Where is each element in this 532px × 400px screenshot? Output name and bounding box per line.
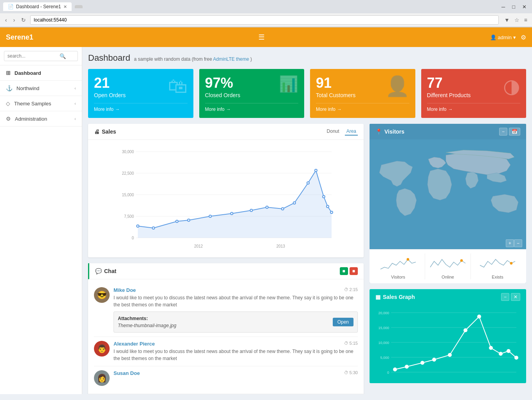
svg-point-25 [323,195,325,198]
theme-icon: ◇ [6,100,10,107]
tab-area[interactable]: Area [345,128,358,136]
svg-point-19 [250,209,252,212]
svg-point-17 [209,215,211,217]
tab-close-button[interactable]: ✕ [63,4,67,9]
filter-icon[interactable]: ▼ [503,16,511,24]
sidebar-item-theme-samples[interactable]: ◇ Theme Samples ‹ [0,96,82,111]
chat-tool-red-button[interactable]: ■ [350,267,358,275]
tab-donut[interactable]: Donut [325,128,341,136]
theme-link[interactable]: AdminLTE theme [213,56,249,62]
sales-chart-card: 🖨 Sales Donut Area [88,124,364,257]
svg-point-30 [460,259,463,262]
page-subtitle: a sample with random data (from free Adm… [134,56,252,62]
sidebar-item-label: Theme Samples [14,101,74,107]
window-close-button[interactable]: ✕ [520,4,529,10]
stat-box-closed-orders[interactable]: 97% Closed Orders 📊 More info → [199,69,305,118]
window-minimize-button[interactable]: ─ [499,4,507,10]
sales-graph-minimize-button[interactable]: − [501,293,509,301]
bookmark-icon[interactable]: ☆ [513,16,521,24]
mini-chart-exists: Exists [475,253,520,279]
visitors-card: 📍 Visitors − 📅 [370,124,526,283]
svg-point-50 [499,352,502,355]
sidebar-item-northwind[interactable]: ⚓ Northwind ‹ [0,81,82,96]
visitors-tools: − 📅 [499,128,520,136]
svg-point-14 [152,227,155,229]
sales-graph-close-button[interactable]: ✕ [511,293,520,301]
stat-box-open-orders[interactable]: 21 Open Orders 🛍 More info → [88,69,193,118]
visitors-minimize-button[interactable]: − [499,128,507,136]
mini-chart-visitors-svg [375,253,421,273]
sidebar-item-dashboard[interactable]: ⊞ Dashboard [0,65,82,81]
forward-button[interactable]: › [11,16,17,24]
sales-graph-tools: − ✕ [501,293,520,301]
browser-tab-inactive[interactable] [75,5,83,8]
map-zoom-in-button[interactable]: + [506,239,514,247]
svg-point-42 [393,368,397,371]
chat-avatar-susan: 👩 [94,370,110,386]
chat-icon: 💬 [95,268,102,274]
admin-icon: ⚙ [6,116,11,122]
svg-text:0: 0 [132,236,134,240]
svg-point-47 [464,329,467,332]
svg-point-49 [489,346,492,349]
sidebar-item-administration[interactable]: ⚙ Administration ‹ [0,111,82,127]
menu-icon[interactable]: ≡ [523,16,529,24]
chat-attachment-row: Attachments: Theme-thumbnail-image.jpg O… [118,316,353,328]
svg-point-18 [231,212,233,215]
sales-area-chart: 30,000 22,500 15,000 7,500 0 2012 2013 [94,144,358,253]
hamburger-button[interactable]: ☰ [258,33,265,42]
svg-text:2013: 2013 [276,244,285,248]
address-bar[interactable] [30,15,499,25]
chat-time: ⏱ 5:30 [344,370,358,375]
arrow-right-icon: → [226,107,231,112]
sales-graph-card: ▦ Sales Graph − ✕ [370,289,526,383]
chat-message-0: 😎 Mike Doe ⏱ 2:15 I would like to meet y… [94,283,358,337]
chat-attachment: Attachments: Theme-thumbnail-image.jpg O… [114,311,358,333]
mini-chart-visitors-label: Visitors [375,275,421,279]
location-icon: 📍 [375,129,382,135]
svg-point-31 [510,262,512,264]
svg-point-24 [315,169,317,172]
stat-footer[interactable]: More info → [316,103,409,112]
svg-text:15,000: 15,000 [122,193,134,197]
browser-tab-active[interactable]: 📄 Dashboard - Serene1 ✕ [3,2,72,11]
customer-icon: 👤 [385,75,409,98]
chat-text: I would like to meet you to discuss the … [114,348,358,362]
stat-box-products[interactable]: 77 Different Products ◑ More info → [421,69,527,118]
navbar-settings-button[interactable]: ⚙ [521,34,526,41]
stat-footer[interactable]: More info → [427,103,521,112]
sidebar-item-label: Dashboard [14,70,76,76]
svg-point-27 [330,211,333,214]
open-attachment-button[interactable]: Open [333,318,353,326]
dashboard-icon: ⊞ [6,70,11,76]
visitors-calendar-button[interactable]: 📅 [509,128,520,136]
svg-point-22 [293,202,296,204]
svg-point-13 [137,225,139,227]
svg-point-45 [433,358,436,361]
refresh-button[interactable]: ↻ [19,16,28,24]
sales-chart-header: 🖨 Sales Donut Area [88,124,364,140]
stat-footer[interactable]: More info → [94,103,188,112]
browser-titlebar: 📄 Dashboard - Serene1 ✕ ─ □ ✕ [0,0,532,13]
svg-text:7,500: 7,500 [124,214,134,219]
attachment-info: Attachments: Theme-thumbnail-image.jpg [118,316,176,328]
mini-chart-exists-label: Exists [475,275,520,279]
arrow-right-icon: → [337,107,342,112]
grid-icon: ▦ [375,294,381,300]
chat-message-1: 👨 Alexander Pierce ⏱ 5:15 I would like t… [94,337,358,366]
window-maximize-button[interactable]: □ [510,4,518,10]
chat-input-row: + [88,394,364,394]
search-button[interactable]: 🔍 [60,53,66,59]
stat-footer[interactable]: More info → [205,103,299,112]
svg-text:0: 0 [387,371,389,375]
search-input[interactable] [4,51,78,61]
chat-tool-green-button[interactable]: ■ [340,267,348,275]
mini-chart-exists-svg [475,253,520,273]
back-button[interactable]: ‹ [3,16,9,24]
map-zoom-out-button[interactable]: − [514,239,522,247]
stat-box-total-customers[interactable]: 91 Total Customers 👤 More info → [310,69,415,118]
navbar-user-menu[interactable]: 👤 admin ▾ [490,34,516,40]
svg-text:5,000: 5,000 [380,356,389,360]
chat-avatar-alex: 👨 [94,341,110,357]
svg-point-23 [307,182,309,184]
